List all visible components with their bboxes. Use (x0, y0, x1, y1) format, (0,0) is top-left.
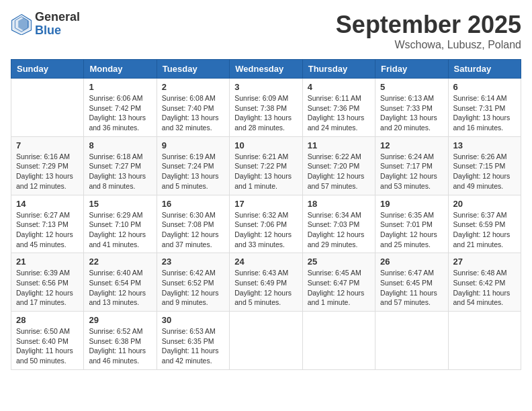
title-block: September 2025 Wschowa, Lubusz, Poland (336, 11, 521, 51)
day-number: 1 (89, 82, 151, 92)
day-number: 4 (308, 82, 370, 92)
day-info: Sunrise: 6:14 AMSunset: 7:31 PMDaylight:… (453, 93, 516, 133)
calendar-cell: 10Sunrise: 6:21 AMSunset: 7:22 PMDayligh… (230, 136, 302, 195)
day-number: 16 (162, 199, 224, 209)
day-info: Sunrise: 6:21 AMSunset: 7:22 PMDaylight:… (234, 152, 297, 191)
day-number: 18 (308, 199, 370, 209)
calendar-table: SundayMondayTuesdayWednesdayThursdayFrid… (11, 59, 521, 370)
calendar-cell: 17Sunrise: 6:32 AMSunset: 7:06 PMDayligh… (230, 195, 302, 253)
location: Wschowa, Lubusz, Poland (336, 39, 521, 51)
month-title: September 2025 (336, 11, 521, 39)
day-info: Sunrise: 6:34 AMSunset: 7:03 PMDaylight:… (308, 210, 370, 250)
day-number: 2 (162, 82, 224, 92)
day-info: Sunrise: 6:53 AMSunset: 6:35 PMDaylight:… (162, 326, 224, 366)
page-header: General Blue September 2025 Wschowa, Lub… (11, 11, 521, 51)
day-info: Sunrise: 6:22 AMSunset: 7:20 PMDaylight:… (308, 152, 370, 191)
day-number: 30 (162, 315, 224, 325)
day-number: 5 (380, 82, 443, 92)
calendar-cell: 19Sunrise: 6:35 AMSunset: 7:01 PMDayligh… (375, 195, 448, 253)
day-info: Sunrise: 6:24 AMSunset: 7:17 PMDaylight:… (380, 152, 443, 191)
calendar-cell: 24Sunrise: 6:43 AMSunset: 6:49 PMDayligh… (230, 253, 302, 312)
day-info: Sunrise: 6:06 AMSunset: 7:42 PMDaylight:… (89, 93, 151, 133)
day-number: 20 (453, 199, 516, 209)
day-number: 24 (234, 257, 297, 267)
calendar-cell (11, 79, 84, 137)
day-info: Sunrise: 6:37 AMSunset: 6:59 PMDaylight:… (453, 210, 516, 250)
calendar-header-thursday: Thursday (302, 60, 375, 79)
day-number: 21 (16, 257, 79, 267)
day-info: Sunrise: 6:52 AMSunset: 6:38 PMDaylight:… (89, 326, 151, 366)
day-number: 14 (16, 199, 79, 209)
calendar-cell: 6Sunrise: 6:14 AMSunset: 7:31 PMDaylight… (448, 79, 521, 137)
day-number: 9 (162, 140, 224, 150)
day-info: Sunrise: 6:18 AMSunset: 7:27 PMDaylight:… (89, 152, 151, 191)
day-info: Sunrise: 6:40 AMSunset: 6:54 PMDaylight:… (89, 268, 151, 308)
calendar-header-saturday: Saturday (448, 60, 521, 79)
logo-blue: Blue (35, 24, 80, 38)
day-info: Sunrise: 6:42 AMSunset: 6:52 PMDaylight:… (162, 268, 224, 308)
calendar-header-sunday: Sunday (11, 60, 84, 79)
day-info: Sunrise: 6:39 AMSunset: 6:56 PMDaylight:… (16, 268, 79, 308)
day-number: 22 (89, 257, 151, 267)
calendar-header-tuesday: Tuesday (157, 60, 229, 79)
day-info: Sunrise: 6:45 AMSunset: 6:47 PMDaylight:… (308, 268, 370, 308)
day-number: 10 (234, 140, 297, 150)
day-number: 13 (453, 140, 516, 150)
day-number: 8 (89, 140, 151, 150)
calendar-cell: 9Sunrise: 6:19 AMSunset: 7:24 PMDaylight… (157, 136, 229, 195)
day-number: 12 (380, 140, 443, 150)
day-number: 27 (453, 257, 516, 267)
calendar-cell: 3Sunrise: 6:09 AMSunset: 7:38 PMDaylight… (230, 79, 302, 137)
day-number: 6 (453, 82, 516, 92)
calendar-week-4: 21Sunrise: 6:39 AMSunset: 6:56 PMDayligh… (11, 253, 521, 312)
logo-icon (11, 13, 32, 35)
day-info: Sunrise: 6:11 AMSunset: 7:36 PMDaylight:… (308, 93, 370, 133)
day-info: Sunrise: 6:09 AMSunset: 7:38 PMDaylight:… (234, 93, 297, 133)
calendar-cell: 5Sunrise: 6:13 AMSunset: 7:33 PMDaylight… (375, 79, 448, 137)
calendar-cell: 27Sunrise: 6:48 AMSunset: 6:42 PMDayligh… (448, 253, 521, 312)
calendar-cell: 26Sunrise: 6:47 AMSunset: 6:45 PMDayligh… (375, 253, 448, 312)
calendar-week-2: 7Sunrise: 6:16 AMSunset: 7:29 PMDaylight… (11, 136, 521, 195)
day-number: 19 (380, 199, 443, 209)
calendar-cell: 15Sunrise: 6:29 AMSunset: 7:10 PMDayligh… (84, 195, 157, 253)
calendar-week-3: 14Sunrise: 6:27 AMSunset: 7:13 PMDayligh… (11, 195, 521, 253)
day-info: Sunrise: 6:08 AMSunset: 7:40 PMDaylight:… (162, 93, 224, 133)
day-number: 28 (16, 315, 79, 325)
day-number: 3 (234, 82, 297, 92)
day-number: 15 (89, 199, 151, 209)
calendar-header-row: SundayMondayTuesdayWednesdayThursdayFrid… (11, 60, 521, 79)
day-info: Sunrise: 6:50 AMSunset: 6:40 PMDaylight:… (16, 326, 79, 366)
calendar-header-monday: Monday (84, 60, 157, 79)
calendar-cell: 16Sunrise: 6:30 AMSunset: 7:08 PMDayligh… (157, 195, 229, 253)
calendar-cell: 20Sunrise: 6:37 AMSunset: 6:59 PMDayligh… (448, 195, 521, 253)
calendar-cell (448, 312, 521, 370)
calendar-cell: 28Sunrise: 6:50 AMSunset: 6:40 PMDayligh… (11, 312, 84, 370)
calendar-cell: 23Sunrise: 6:42 AMSunset: 6:52 PMDayligh… (157, 253, 229, 312)
calendar-cell: 22Sunrise: 6:40 AMSunset: 6:54 PMDayligh… (84, 253, 157, 312)
day-info: Sunrise: 6:43 AMSunset: 6:49 PMDaylight:… (234, 268, 297, 308)
calendar-cell: 30Sunrise: 6:53 AMSunset: 6:35 PMDayligh… (157, 312, 229, 370)
calendar-cell: 21Sunrise: 6:39 AMSunset: 6:56 PMDayligh… (11, 253, 84, 312)
calendar-header-wednesday: Wednesday (230, 60, 302, 79)
calendar-week-1: 1Sunrise: 6:06 AMSunset: 7:42 PMDaylight… (11, 79, 521, 137)
calendar-cell (230, 312, 302, 370)
day-number: 29 (89, 315, 151, 325)
calendar-cell: 13Sunrise: 6:26 AMSunset: 7:15 PMDayligh… (448, 136, 521, 195)
day-number: 7 (16, 140, 79, 150)
logo-general: General (35, 11, 80, 24)
calendar-cell: 12Sunrise: 6:24 AMSunset: 7:17 PMDayligh… (375, 136, 448, 195)
day-info: Sunrise: 6:27 AMSunset: 7:13 PMDaylight:… (16, 210, 79, 250)
calendar-week-5: 28Sunrise: 6:50 AMSunset: 6:40 PMDayligh… (11, 312, 521, 370)
day-number: 17 (234, 199, 297, 209)
calendar-cell: 1Sunrise: 6:06 AMSunset: 7:42 PMDaylight… (84, 79, 157, 137)
calendar-cell: 25Sunrise: 6:45 AMSunset: 6:47 PMDayligh… (302, 253, 375, 312)
calendar-cell: 14Sunrise: 6:27 AMSunset: 7:13 PMDayligh… (11, 195, 84, 253)
day-info: Sunrise: 6:16 AMSunset: 7:29 PMDaylight:… (16, 152, 79, 191)
calendar-cell: 4Sunrise: 6:11 AMSunset: 7:36 PMDaylight… (302, 79, 375, 137)
calendar-cell: 8Sunrise: 6:18 AMSunset: 7:27 PMDaylight… (84, 136, 157, 195)
calendar-header-friday: Friday (375, 60, 448, 79)
day-info: Sunrise: 6:19 AMSunset: 7:24 PMDaylight:… (162, 152, 224, 191)
logo-text: General Blue (35, 11, 80, 38)
day-info: Sunrise: 6:30 AMSunset: 7:08 PMDaylight:… (162, 210, 224, 250)
day-number: 11 (308, 140, 370, 150)
